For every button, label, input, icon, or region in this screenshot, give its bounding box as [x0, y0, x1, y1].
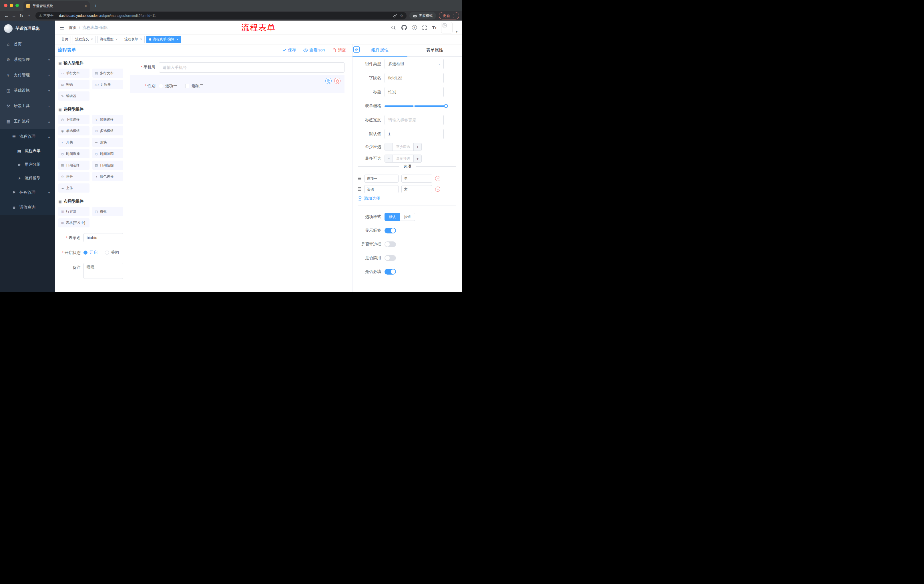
sidebar-item-payment[interactable]: ¥ 支付管理 ▾: [0, 67, 55, 83]
palette-item-date-picker[interactable]: ▦日期选择: [58, 161, 89, 170]
form-remark-textarea[interactable]: 嘿嘿: [84, 263, 123, 279]
min-select-stepper[interactable]: − +: [384, 143, 422, 151]
tab-form-props[interactable]: 表单属性: [408, 44, 462, 56]
palette-item-editor[interactable]: ✎编辑器: [58, 91, 89, 100]
gender-option-1-checkbox[interactable]: 选项一: [159, 84, 177, 89]
gender-field-block-selected[interactable]: 性别 选项一 选项二: [130, 75, 345, 93]
tag-process-definition[interactable]: 流程定义 ×: [73, 36, 96, 43]
update-browser-button[interactable]: 更新 ⋮: [439, 12, 459, 20]
show-label-toggle[interactable]: [384, 228, 396, 234]
remove-option-icon[interactable]: −: [435, 187, 440, 192]
minus-icon[interactable]: −: [385, 155, 393, 162]
palette-item-slider[interactable]: ⊸滑块: [92, 138, 124, 147]
save-button[interactable]: 保存: [282, 48, 296, 53]
palette-item-select[interactable]: ◎下拉选择: [58, 115, 89, 124]
status-off-radio[interactable]: 关闭: [105, 250, 119, 255]
font-size-icon[interactable]: TT: [432, 25, 437, 30]
component-type-select[interactable]: 多选框组 ▾: [384, 59, 444, 69]
style-default-button[interactable]: 默认: [384, 213, 400, 221]
sidebar-item-leave-query[interactable]: ☻ 请假查询: [0, 200, 55, 215]
option-1-name-input[interactable]: [364, 174, 399, 183]
palette-item-password[interactable]: ⊡密码: [58, 80, 89, 89]
bookmark-star-icon[interactable]: ☆: [400, 14, 403, 18]
close-window-button[interactable]: [4, 4, 7, 7]
sidebar-item-process-management[interactable]: ☰ 流程管理 ▴: [0, 129, 55, 144]
minus-icon[interactable]: −: [385, 143, 393, 151]
sidebar-item-system[interactable]: ⚙ 系统管理 ▾: [0, 52, 55, 67]
sidebar-item-process-model[interactable]: ✈ 流程模型: [0, 171, 55, 185]
browser-tab[interactable]: 芋道管理系统 ×: [23, 1, 90, 11]
tag-home[interactable]: 首页: [59, 36, 71, 43]
palette-item-button[interactable]: ▢按钮: [92, 207, 124, 216]
zoom-window-button[interactable]: [15, 4, 19, 7]
title-input[interactable]: [384, 87, 444, 97]
remove-option-icon[interactable]: −: [435, 176, 440, 181]
option-2-value-input[interactable]: [401, 185, 432, 193]
back-icon[interactable]: ←: [3, 12, 10, 20]
hamburger-icon[interactable]: ☰: [59, 25, 64, 31]
max-select-input[interactable]: [393, 155, 413, 162]
delete-component-button[interactable]: [334, 78, 340, 84]
help-icon[interactable]: ?: [412, 25, 417, 30]
slider-handle[interactable]: [444, 104, 448, 108]
form-canvas[interactable]: 手机号: [127, 57, 352, 292]
address-bar[interactable]: ⚠ 不安全 dashboard.yudao.iocoder.cn /bpm/ma…: [35, 12, 406, 20]
tag-close-icon[interactable]: ×: [140, 38, 142, 41]
sidebar-item-infrastructure[interactable]: ◫ 基础设施 ▾: [0, 83, 55, 98]
palette-item-switch[interactable]: ◐开关: [58, 138, 89, 147]
palette-item-upload[interactable]: ☁上传: [58, 183, 89, 192]
option-1-value-input[interactable]: [401, 174, 432, 183]
sidebar-item-user-group[interactable]: ☻ 用户分组: [0, 158, 55, 171]
clear-button[interactable]: 清空: [332, 48, 346, 53]
tag-close-icon[interactable]: ×: [177, 38, 178, 41]
duplicate-component-button[interactable]: [325, 78, 332, 84]
drag-handle-icon[interactable]: ☰: [358, 187, 361, 192]
palette-item-rate[interactable]: ☆评分: [58, 172, 89, 181]
tag-process-form[interactable]: 流程表单 ×: [122, 36, 145, 43]
option-2-name-input[interactable]: [364, 185, 399, 193]
form-grid-slider[interactable]: [384, 101, 446, 111]
gender-option-2-checkbox[interactable]: 选项二: [185, 84, 203, 89]
status-on-radio[interactable]: 开启: [84, 250, 97, 255]
github-icon[interactable]: [401, 25, 408, 31]
forward-icon[interactable]: →: [10, 12, 18, 20]
view-json-button[interactable]: 查看json: [303, 48, 325, 53]
phone-input[interactable]: [159, 62, 345, 72]
password-key-icon[interactable]: [393, 14, 397, 18]
palette-item-date-range[interactable]: ▧日期范围: [92, 161, 124, 170]
disabled-toggle[interactable]: [384, 255, 396, 261]
fullscreen-icon[interactable]: [421, 25, 428, 31]
plus-icon[interactable]: +: [413, 155, 421, 162]
field-name-input[interactable]: [384, 73, 444, 83]
label-width-input[interactable]: [384, 115, 444, 125]
sidebar-item-dev-tools[interactable]: ⚒ 研发工具 ▾: [0, 98, 55, 114]
palette-item-multi-line-text[interactable]: ▤多行文本: [92, 69, 124, 78]
max-select-stepper[interactable]: − +: [384, 155, 422, 163]
palette-item-time-picker[interactable]: ◷时间选择: [58, 149, 89, 158]
palette-item-radio-group[interactable]: ◉单选框组: [58, 126, 89, 135]
sidebar-item-process-form[interactable]: ▤ 流程表单: [0, 144, 55, 158]
sidebar-item-task-management[interactable]: ⚑ 任务管理 ▾: [0, 185, 55, 200]
palette-item-color-picker[interactable]: ◑颜色选择: [92, 172, 124, 181]
min-select-input[interactable]: [393, 143, 413, 151]
drag-handle-icon[interactable]: ☰: [358, 176, 361, 181]
tab-close-icon[interactable]: ×: [85, 4, 87, 8]
add-option-button[interactable]: + 添加选项: [353, 196, 462, 201]
link-badge-icon[interactable]: [353, 46, 360, 53]
palette-item-time-range[interactable]: ◴时间范围: [92, 149, 124, 158]
palette-item-counter[interactable]: 123计数器: [92, 80, 124, 89]
form-name-input[interactable]: [84, 233, 123, 242]
tag-process-model[interactable]: 流程模型 ×: [97, 36, 120, 43]
user-avatar[interactable]: [441, 22, 452, 33]
tag-close-icon[interactable]: ×: [116, 38, 117, 41]
style-button-button[interactable]: 按钮: [400, 213, 415, 221]
reload-icon[interactable]: ↻: [18, 12, 25, 20]
sidebar-item-workflow[interactable]: ▦ 工作流程 ▴: [0, 114, 55, 129]
plus-icon[interactable]: +: [413, 143, 421, 151]
home-icon[interactable]: ⌂: [25, 12, 33, 20]
phone-field-row[interactable]: 手机号: [130, 62, 345, 72]
minimize-window-button[interactable]: [10, 4, 13, 7]
palette-item-cascader[interactable]: ⋎级联选择: [92, 115, 124, 124]
tag-process-form-edit[interactable]: 流程表单-编辑 ×: [146, 36, 181, 43]
palette-item-checkbox-group[interactable]: ☑多选框组: [92, 126, 124, 135]
